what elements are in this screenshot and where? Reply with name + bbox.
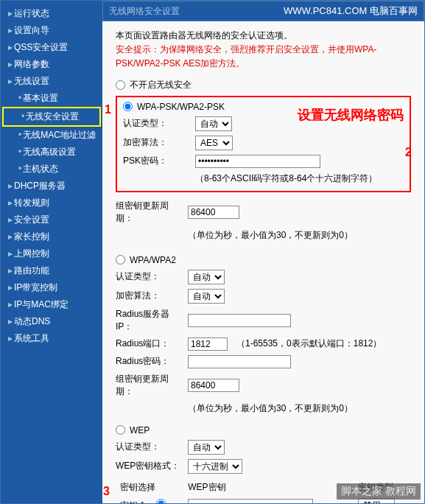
wpa-group-rekey-input[interactable] [188,379,239,392]
intro-tip-label: 安全提示： [116,44,160,55]
radius-pass-input[interactable] [188,355,291,368]
chevron-icon: ▸ [8,214,13,225]
wpa-enc-algo-select[interactable]: 自动 [188,289,225,304]
brand-text: WWW.PC841.COM 电脑百事网 [284,4,418,18]
psk-hint: （8-63个ASCII码字符或8-64个十六进制字符） [195,172,404,185]
sidebar-item-label: IP带宽控制 [14,282,57,293]
overlay-red-text: 设置无线网络密码 [298,106,404,124]
intro-line1: 本页面设置路由器无线网络的安全认证选项。 [116,30,292,41]
sidebar-item-17[interactable]: ▸IP与MAC绑定 [1,296,102,313]
title-bar: 无线网络安全设置 WWW.PC841.COM 电脑百事网 [102,1,424,21]
psk-pass-input[interactable] [195,155,320,168]
sidebar-item-label: 系统工具 [14,333,49,343]
wep-head-key: WEP密钥 [185,480,353,495]
enc-algo-select[interactable]: AES [195,136,233,150]
sidebar-item-label: DHCP服务器 [14,181,66,191]
bullet-icon: • [18,164,21,174]
radio-wep[interactable] [116,425,125,435]
sidebar-item-label: 路由功能 [14,265,49,276]
sidebar-item-4[interactable]: ▸无线设置 [1,73,102,90]
chevron-icon: ▸ [8,25,13,35]
sidebar-item-6[interactable]: •无线安全设置 [2,107,101,127]
watermark: 脚本之家 教程网 [337,483,421,500]
radius-port-hint: （1-65535，0表示默认端口：1812） [236,337,382,350]
chevron-icon: ▸ [8,181,13,191]
key1-input[interactable] [188,499,313,503]
sidebar-item-19[interactable]: ▸系统工具 [1,330,102,347]
sidebar-item-0[interactable]: ▸运行状态 [1,5,102,22]
radius-ip-input[interactable] [188,314,291,327]
sidebar-item-label: 家长控制 [14,231,49,242]
intro-text: 本页面设置路由器无线网络的安全认证选项。 安全提示：为保障网络安全，强烈推荐开启… [116,29,411,71]
bullet-icon: • [18,130,21,140]
sidebar-item-16[interactable]: ▸IP带宽控制 [1,279,102,296]
wep-auth-type-select[interactable]: 自动 [188,440,225,455]
wep-format-select[interactable]: 十六进制 [188,459,242,474]
wpa-group-rekey-label: 组密钥更新周期： [116,373,183,398]
sidebar-item-10[interactable]: ▸DHCP服务器 [1,178,102,195]
sidebar-item-label: 主机状态 [23,164,58,174]
bullet-icon: • [18,147,21,157]
sidebar-item-label: IP与MAC绑定 [14,299,69,309]
chevron-icon: ▸ [8,76,13,86]
sidebar-item-7[interactable]: •无线MAC地址过滤 [1,127,102,144]
radius-ip-label: Radius服务器IP： [116,308,183,333]
radio-wpa[interactable] [116,255,125,265]
radio-none[interactable] [116,80,125,90]
wpa-auth-type-select[interactable]: 自动 [188,270,225,284]
wep-auth-type-label: 认证类型： [116,441,183,453]
bullet-icon: • [18,93,21,103]
annotation-2: 2 [405,146,412,159]
radio-none-label: 不开启无线安全 [130,79,192,91]
key1-radio[interactable] [156,499,166,503]
sidebar-item-9[interactable]: •主机状态 [1,161,102,178]
sidebar-item-13[interactable]: ▸家长控制 [1,228,102,245]
auth-type-select[interactable]: 自动 [195,116,232,131]
group-rekey-input[interactable] [188,206,239,219]
sidebar-item-2[interactable]: ▸QSS安全设置 [1,39,102,56]
sidebar-item-1[interactable]: ▸设置向导 [1,22,102,39]
sidebar-item-label: 无线设置 [14,76,49,86]
chevron-icon: ▸ [8,197,13,208]
sidebar-item-11[interactable]: ▸转发规则 [1,195,102,211]
psk-pass-label: PSK密码： [123,155,191,167]
group-rekey-label: 组密钥更新周期： [116,200,183,225]
sidebar-item-label: 无线MAC地址过滤 [23,130,96,140]
sidebar-item-14[interactable]: ▸上网控制 [1,245,102,262]
wpa-enc-algo-label: 加密算法： [116,290,183,302]
radio-wpapsk[interactable] [123,102,133,111]
auth-type-label: 认证类型： [123,117,191,130]
sidebar-item-label: 无线高级设置 [23,147,76,157]
chevron-icon: ▸ [8,42,13,52]
sidebar-item-label: 无线安全设置 [26,111,79,122]
sidebar-item-label: 动态DNS [14,316,50,326]
sidebar-item-3[interactable]: ▸网络参数 [1,56,102,73]
sidebar-item-label: QSS安全设置 [14,42,68,52]
wpapsk-section-highlight: 设置无线网络密码 WPA-PSK/WPA2-PSK 认证类型： 自动 加密算法：… [116,96,411,192]
radio-wpa-label: WPA/WPA2 [130,255,176,265]
chevron-icon: ▸ [8,248,13,259]
sidebar-item-label: 上网控制 [14,248,49,259]
content-area: 本页面设置路由器无线网络的安全认证选项。 安全提示：为保障网络安全，强烈推荐开启… [102,21,424,503]
radio-none-row: 不开启无线安全 [116,79,411,91]
sidebar-item-8[interactable]: •无线高级设置 [1,144,102,161]
sidebar-item-18[interactable]: ▸动态DNS [1,313,102,330]
sidebar-item-15[interactable]: ▸路由功能 [1,262,102,279]
radius-port-label: Radius端口： [116,337,183,350]
sidebar-item-12[interactable]: ▸安全设置 [1,211,102,228]
wpa-auth-type-label: 认证类型： [116,270,183,283]
chevron-icon: ▸ [8,59,13,69]
radius-port-input[interactable] [188,337,228,351]
sidebar-item-label: 设置向导 [14,25,49,35]
radio-wep-label: WEP [130,425,150,435]
page-title: 无线网络安全设置 [109,5,180,18]
wpa-rekey-hint: （单位为秒，最小值为30，不更新则为0） [188,402,411,415]
chevron-icon: ▸ [8,316,13,326]
wep-format-label: WEP密钥格式： [116,460,183,472]
sidebar-item-label: 运行状态 [14,8,49,18]
wep-head-select: 密钥选择 [117,480,183,495]
annotation-3: 3 [103,485,110,498]
sidebar-item-label: 安全设置 [14,214,49,225]
rekey-hint: （单位为秒，最小值为30，不更新则为0） [188,229,411,242]
sidebar-item-5[interactable]: •基本设置 [1,90,102,107]
